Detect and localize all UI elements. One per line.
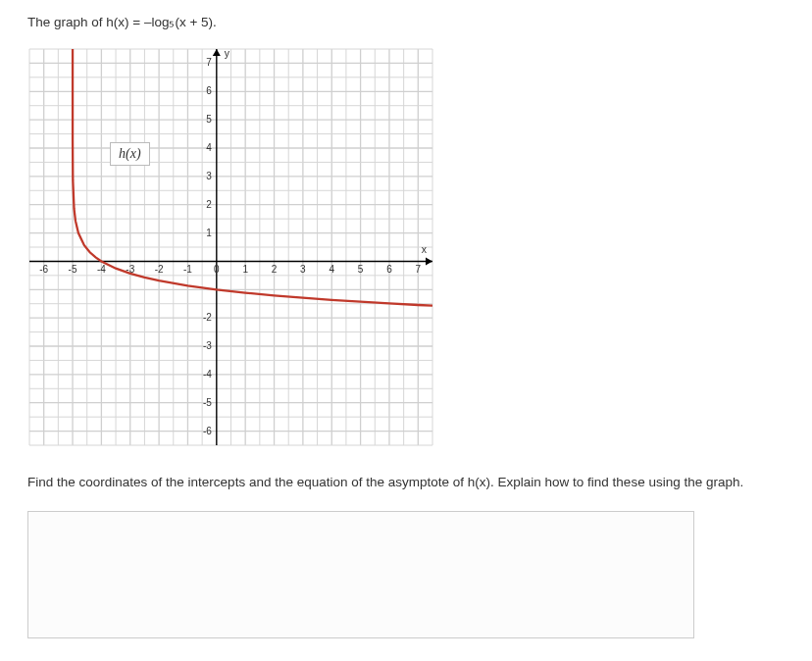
answer-input[interactable] bbox=[27, 511, 694, 638]
svg-text:2: 2 bbox=[272, 264, 278, 275]
svg-text:x: x bbox=[422, 243, 428, 255]
svg-text:7: 7 bbox=[206, 57, 212, 68]
svg-marker-59 bbox=[213, 49, 221, 56]
svg-text:-4: -4 bbox=[203, 369, 212, 380]
svg-text:3: 3 bbox=[206, 171, 212, 181]
svg-text:-5: -5 bbox=[203, 397, 212, 408]
svg-text:7: 7 bbox=[416, 264, 422, 275]
svg-text:-3: -3 bbox=[203, 340, 212, 351]
svg-text:4: 4 bbox=[329, 264, 334, 275]
svg-text:0: 0 bbox=[214, 264, 220, 275]
svg-text:1: 1 bbox=[242, 264, 248, 275]
function-graph: -6-5-4-3-2-101234567-6-5-4-3-21234567yx … bbox=[27, 47, 434, 447]
svg-text:6: 6 bbox=[206, 85, 212, 96]
svg-text:3: 3 bbox=[300, 264, 306, 275]
svg-text:-2: -2 bbox=[203, 312, 212, 323]
prompt-text: The graph of h(x) = –log₅(x + 5). bbox=[27, 14, 785, 29]
svg-text:-4: -4 bbox=[97, 264, 106, 275]
svg-text:1: 1 bbox=[206, 228, 212, 238]
chart-canvas: -6-5-4-3-2-101234567-6-5-4-3-21234567yx bbox=[27, 47, 434, 447]
svg-marker-58 bbox=[426, 257, 432, 265]
svg-text:-5: -5 bbox=[69, 264, 77, 275]
svg-text:-6: -6 bbox=[39, 264, 48, 275]
svg-text:-2: -2 bbox=[155, 264, 164, 275]
svg-text:5: 5 bbox=[206, 114, 212, 125]
function-label: h(x) bbox=[110, 142, 150, 166]
svg-text:2: 2 bbox=[206, 199, 212, 210]
svg-text:6: 6 bbox=[386, 264, 392, 275]
question-text: Find the coordinates of the intercepts a… bbox=[27, 475, 785, 489]
svg-text:y: y bbox=[225, 47, 230, 59]
svg-text:-1: -1 bbox=[183, 264, 192, 275]
svg-text:4: 4 bbox=[206, 142, 212, 153]
svg-text:5: 5 bbox=[358, 264, 364, 275]
svg-text:-6: -6 bbox=[203, 426, 212, 436]
